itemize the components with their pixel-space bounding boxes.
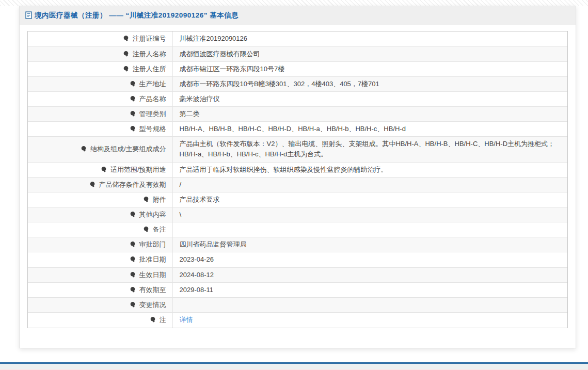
document-icon [25,11,32,19]
row-label-text: 备注 [153,226,166,233]
row-label-text: 管理类别 [139,110,166,118]
row-label: 有效期至 [28,282,172,297]
row-value: 川械注准20192090126 [172,31,567,46]
row-value: 产品由主机（软件发布版本：V2）、输出电缆、照射头、支架组成。其中HB/H-A、… [172,137,567,162]
row-label-text: 注册人名称 [133,50,166,58]
row-value: 2023-04-26 [172,252,567,267]
row-label: 生产地址 [28,76,172,91]
row-value: 2024-08-12 [172,267,567,282]
row-label: 审批部门 [28,237,172,252]
table-row: 注册人住所 成都市锦江区一环路东四段10号7楼 [28,61,567,76]
bulb-icon [130,271,136,278]
table-row: 注册人名称 成都恒波医疗器械有限公司 [28,46,567,61]
row-value-text: \ [180,211,182,218]
page-title: 境内医疗器械（注册） —— “川械注准20192090126” 基本信息 [35,11,239,20]
table-row: 产品储存条件及有效期 / [28,177,567,192]
row-label-text: 生效日期 [139,271,166,279]
detail-link[interactable]: 详情 [180,316,193,324]
row-label-text: 注册证编号 [133,35,166,42]
footer-bar [0,362,588,370]
row-label-text: 产品名称 [139,95,166,103]
table-row: 型号规格 HB/H-A、HB/H-B、HB/H-C、HB/H-D、HB/H-a、… [28,122,567,137]
table-row: 结构及组成/主要组成成分 产品由主机（软件发布版本：V2）、输出电缆、照射头、支… [28,137,567,162]
row-label: 注册人名称 [28,46,172,61]
bulb-icon [123,51,130,57]
bulb-icon [89,181,96,188]
row-value [172,222,567,237]
bulb-icon [130,301,136,308]
row-label: 注册人住所 [28,61,172,76]
row-value [172,297,567,312]
bulb-icon [81,146,87,152]
row-label-text: 型号规格 [139,125,166,133]
row-value-text: 成都恒波医疗器械有限公司 [180,50,260,58]
table-row: 审批部门 四川省药品监督管理局 [28,237,567,252]
row-label-text: 其他内容 [139,211,166,218]
row-value: 成都市锦江区一环路东四段10号7楼 [172,61,567,76]
row-label: 型号规格 [28,122,172,137]
row-value-text: 毫米波治疗仪 [180,95,220,103]
row-value-text: 产品由主机（软件发布版本：V2）、输出电缆、照射头、支架组成。其中HB/H-A、… [180,140,555,158]
table-row: 产品名称 毫米波治疗仪 [28,91,567,106]
row-label: 产品名称 [28,91,172,106]
row-value: 详情 [172,313,567,328]
row-label: 附件 [28,192,172,207]
row-value-text: 四川省药品监督管理局 [180,240,247,248]
row-label-text: 产品储存条件及有效期 [99,181,166,188]
table-row: 适用范围/预期用途 产品适用于临床对软组织挫伤、软组织感染及慢性盆腔炎的辅助治疗… [28,162,567,177]
row-label: 管理类别 [28,107,172,122]
bulb-icon [123,35,130,42]
bulb-icon [130,211,136,218]
row-label-text: 附件 [153,196,166,203]
registration-info-table: 注册证编号 川械注准20192090126 注册人名称 成都恒波医疗器械有限公司 [28,31,567,328]
row-value: 成都市一环路东四段10号B幢3楼301、302，4楼403、405，7楼701 [172,76,567,91]
bulb-icon [150,316,156,323]
row-value-text: 川械注准20192090126 [180,35,248,42]
bulb-icon [130,110,136,117]
info-panel: 境内医疗器械（注册） —— “川械注准20192090126” 基本信息 注册证… [19,6,576,348]
row-label: 备注 [28,222,172,237]
row-label: 适用范围/预期用途 [28,162,172,177]
bulb-icon [101,166,107,173]
row-label: 其他内容 [28,207,172,222]
row-label: 结构及组成/主要组成成分 [28,137,172,162]
row-value-text: 第二类 [180,110,200,118]
table-row: 注 详情 [28,313,567,328]
row-value-text: HB/H-A、HB/H-B、HB/H-C、HB/H-D、HB/H-a、HB/H-… [180,125,406,133]
row-label-text: 变更情况 [139,301,166,309]
bulb-icon [130,81,136,87]
bulb-icon [123,66,130,72]
row-label-text: 审批部门 [139,240,166,248]
bulb-icon [130,241,136,248]
bulb-icon [130,95,136,102]
row-value: HB/H-A、HB/H-B、HB/H-C、HB/H-D、HB/H-a、HB/H-… [172,122,567,137]
row-value: 产品技术要求 [172,192,567,207]
row-label-text: 适用范围/预期用途 [110,166,166,173]
bulb-icon [143,226,150,233]
row-value: 成都恒波医疗器械有限公司 [172,46,567,61]
bulb-icon [143,196,150,203]
table-row: 生产地址 成都市一环路东四段10号B幢3楼301、302，4楼403、405，7… [28,76,567,91]
row-label: 注 [28,313,172,328]
row-label-text: 注册人住所 [133,65,166,73]
row-value-text: 成都市锦江区一环路东四段10号7楼 [180,65,285,73]
row-value: 2029-08-11 [172,282,567,297]
table-row: 生效日期 2024-08-12 [28,267,567,282]
row-value: 产品适用于临床对软组织挫伤、软组织感染及慢性盆腔炎的辅助治疗。 [172,162,567,177]
row-value: 四川省药品监督管理局 [172,237,567,252]
table-row: 备注 [28,222,567,237]
table-row: 批准日期 2023-04-26 [28,252,567,267]
row-label: 产品储存条件及有效期 [28,177,172,192]
registration-table-wrapper: 注册证编号 川械注准20192090126 注册人名称 成都恒波医疗器械有限公司 [27,31,568,328]
row-value-text: 产品适用于临床对软组织挫伤、软组织感染及慢性盆腔炎的辅助治疗。 [180,166,388,173]
table-row: 管理类别 第二类 [28,107,567,122]
table-row: 其他内容 \ [28,207,567,222]
bulb-icon [130,256,136,263]
row-value-text: 成都市一环路东四段10号B幢3楼301、302，4楼403、405，7楼701 [180,80,379,88]
row-value: 第二类 [172,107,567,122]
bulb-icon [130,286,136,293]
bulb-icon [130,125,136,132]
row-label-text: 注 [160,316,166,324]
row-value-text: / [180,181,182,188]
row-value-text: 产品技术要求 [180,196,220,203]
